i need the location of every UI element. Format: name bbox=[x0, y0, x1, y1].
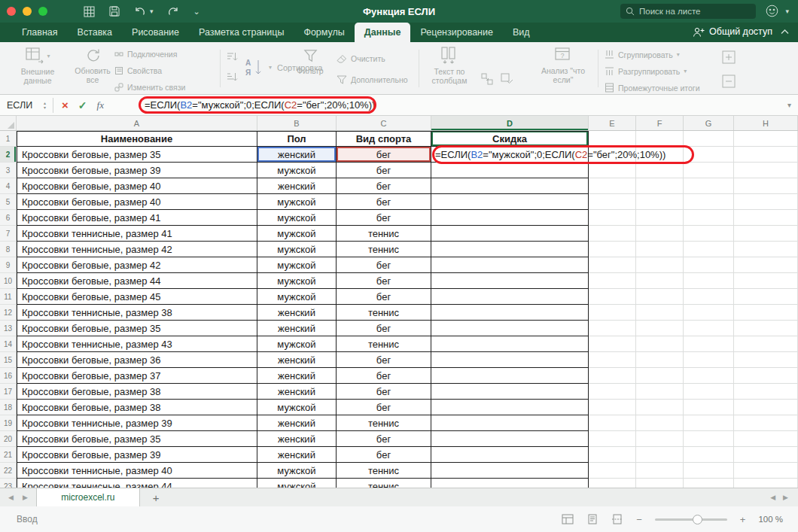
page-break-view-icon[interactable] bbox=[611, 514, 623, 524]
row-header-8[interactable]: 8 bbox=[0, 242, 17, 257]
cell[interactable] bbox=[589, 163, 636, 178]
cell-name[interactable]: Кроссовки беговые, размер 45 bbox=[17, 289, 257, 305]
cell[interactable] bbox=[589, 226, 636, 242]
cell-name[interactable]: Кроссовки теннисные, размер 43 bbox=[17, 336, 257, 352]
cell[interactable] bbox=[684, 163, 734, 178]
maximize-button[interactable] bbox=[38, 7, 47, 16]
cell[interactable] bbox=[734, 336, 798, 352]
cell[interactable] bbox=[734, 210, 798, 226]
cell[interactable] bbox=[734, 431, 798, 447]
cell-sport[interactable]: теннис bbox=[337, 336, 431, 352]
undo-icon[interactable]: ▾ bbox=[134, 7, 154, 17]
cell[interactable] bbox=[589, 257, 636, 273]
feedback-smiley-icon[interactable]: ▾ bbox=[766, 5, 789, 17]
text-to-columns-button[interactable]: Текст по столбцам bbox=[423, 46, 476, 85]
cell-discount[interactable] bbox=[431, 431, 589, 447]
cell[interactable] bbox=[589, 131, 636, 147]
cell[interactable] bbox=[589, 400, 636, 415]
cell-name[interactable]: Кроссовки беговые, размер 37 bbox=[17, 368, 257, 384]
row-header-7[interactable]: 7 bbox=[0, 226, 17, 242]
name-box[interactable]: ЕСЛИ bbox=[0, 100, 44, 111]
cell-gender[interactable]: мужской bbox=[257, 336, 337, 352]
cell-sport[interactable]: бег bbox=[337, 384, 431, 400]
cell-name[interactable]: Кроссовки теннисные, размер 41 bbox=[17, 226, 257, 242]
column-header-G[interactable]: G bbox=[684, 116, 734, 130]
cell[interactable] bbox=[589, 352, 636, 368]
cell[interactable] bbox=[684, 479, 734, 488]
consolidate-icon[interactable] bbox=[480, 72, 494, 86]
cell[interactable] bbox=[636, 384, 684, 400]
cell-name[interactable]: Кроссовки теннисные, размер 38 bbox=[17, 305, 257, 321]
cell-discount[interactable] bbox=[431, 368, 589, 384]
hide-detail-icon[interactable] bbox=[721, 74, 736, 89]
cell[interactable] bbox=[636, 352, 684, 368]
column-header-B[interactable]: B bbox=[257, 116, 337, 130]
tab-Вставка[interactable]: Вставка bbox=[68, 23, 122, 42]
collapse-ribbon-icon[interactable] bbox=[781, 29, 789, 35]
subtotal-button[interactable]: Промежуточные итоги bbox=[605, 83, 700, 93]
cell[interactable] bbox=[589, 178, 636, 194]
cell-discount[interactable] bbox=[431, 242, 589, 257]
column-header-D[interactable]: D bbox=[431, 116, 589, 130]
cell[interactable] bbox=[636, 257, 684, 273]
cell-gender[interactable]: женский bbox=[257, 447, 337, 463]
cell[interactable] bbox=[589, 479, 636, 488]
cell[interactable] bbox=[684, 384, 734, 400]
cell-discount[interactable] bbox=[431, 352, 589, 368]
cell[interactable] bbox=[589, 431, 636, 447]
cell-sport[interactable]: теннис bbox=[337, 415, 431, 431]
row-header-2[interactable]: 2 bbox=[0, 147, 17, 163]
properties-button[interactable]: Свойства bbox=[114, 66, 162, 75]
cell[interactable] bbox=[636, 226, 684, 242]
row-header-16[interactable]: 16 bbox=[0, 368, 17, 384]
cell-name[interactable]: Кроссовки теннисные, размер 44 bbox=[17, 479, 257, 488]
cell[interactable] bbox=[734, 447, 798, 463]
tab-Вид[interactable]: Вид bbox=[503, 23, 540, 42]
cell[interactable] bbox=[734, 415, 798, 431]
zoom-percentage[interactable]: 100 % bbox=[758, 515, 783, 524]
ungroup-button[interactable]: Разгруппировать ▾ bbox=[605, 66, 687, 76]
cell-discount[interactable] bbox=[431, 210, 589, 226]
cell-name[interactable]: Кроссовки теннисные, размер 39 bbox=[17, 415, 257, 431]
zoom-in-button[interactable]: + bbox=[740, 514, 746, 525]
cell-discount[interactable] bbox=[431, 336, 589, 352]
cell-gender[interactable]: мужской bbox=[257, 163, 337, 178]
row-header-9[interactable]: 9 bbox=[0, 257, 17, 273]
header-cell[interactable]: Скидка bbox=[431, 131, 589, 147]
normal-view-icon[interactable] bbox=[562, 514, 574, 524]
cell[interactable] bbox=[589, 368, 636, 384]
clear-button[interactable]: Очистить bbox=[337, 53, 385, 64]
zoom-slider-knob[interactable] bbox=[693, 515, 702, 524]
name-box-spinner[interactable]: ▴ ▾ bbox=[44, 101, 46, 110]
cell-discount[interactable] bbox=[431, 194, 589, 210]
header-cell[interactable]: Пол bbox=[257, 131, 337, 147]
cell-sport[interactable]: теннис bbox=[337, 305, 431, 321]
row-header-22[interactable]: 22 bbox=[0, 463, 17, 479]
show-detail-icon[interactable] bbox=[721, 50, 736, 65]
confirm-entry-icon[interactable]: ✓ bbox=[78, 99, 87, 111]
cell[interactable] bbox=[734, 384, 798, 400]
data-validation-icon[interactable] bbox=[500, 72, 513, 86]
cell-discount[interactable] bbox=[431, 384, 589, 400]
page-layout-view-icon[interactable] bbox=[586, 514, 598, 524]
column-header-E[interactable]: E bbox=[589, 116, 636, 130]
add-sheet-button[interactable]: + bbox=[140, 488, 172, 506]
tab-Разметка страницы[interactable]: Разметка страницы bbox=[189, 23, 294, 42]
cell-gender[interactable]: женский bbox=[257, 305, 337, 321]
cell-name[interactable]: Кроссовки беговые, размер 35 bbox=[17, 147, 257, 163]
cell-gender[interactable]: мужской bbox=[257, 463, 337, 479]
cell-name[interactable]: Кроссовки беговые, размер 39 bbox=[17, 163, 257, 178]
cell-sport[interactable]: бег bbox=[337, 194, 431, 210]
cell[interactable] bbox=[684, 242, 734, 257]
row-header-6[interactable]: 6 bbox=[0, 210, 17, 226]
cell[interactable] bbox=[734, 400, 798, 415]
cell-discount[interactable] bbox=[431, 289, 589, 305]
cell-sport[interactable]: бег bbox=[337, 257, 431, 273]
cell-name[interactable]: Кроссовки теннисные, размер 40 bbox=[17, 463, 257, 479]
filter-button[interactable]: Фильтр bbox=[292, 48, 328, 75]
cell[interactable] bbox=[684, 447, 734, 463]
cell[interactable] bbox=[734, 368, 798, 384]
cell-gender[interactable]: мужской bbox=[257, 400, 337, 415]
cell[interactable] bbox=[684, 226, 734, 242]
cell-gender[interactable]: мужской bbox=[257, 273, 337, 289]
